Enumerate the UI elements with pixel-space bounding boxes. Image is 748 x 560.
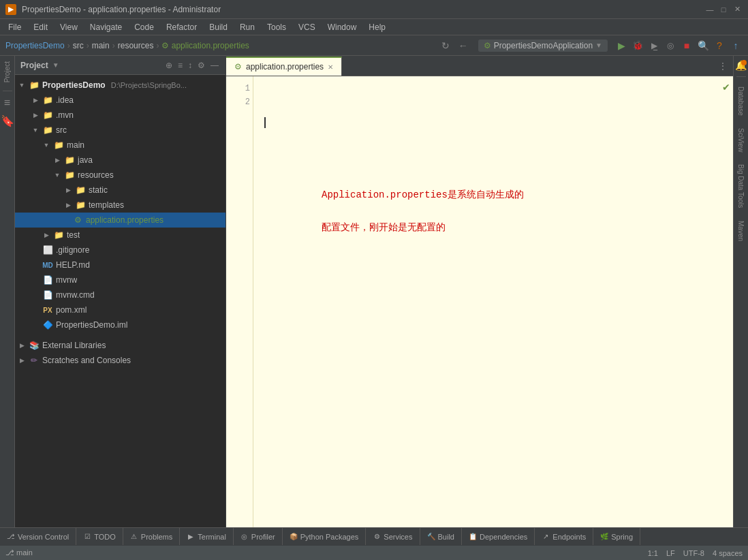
tree-iml[interactable]: ▶ 🔷 PropertiesDemo.iml xyxy=(15,317,225,332)
project-tab-label[interactable]: Project xyxy=(1,56,14,88)
bottom-tab-terminal[interactable]: ▶ Terminal xyxy=(180,528,234,546)
tab-file-icon: ⚙ xyxy=(234,62,242,72)
breadcrumb-main[interactable]: main xyxy=(92,41,110,50)
root-path: D:\Projects\SpringBo... xyxy=(111,81,187,89)
menu-edit[interactable]: Edit xyxy=(28,21,53,33)
bottom-tab-spring[interactable]: 🌿 Spring xyxy=(593,528,640,546)
menu-refactor[interactable]: Refactor xyxy=(161,21,202,33)
bigdata-tab[interactable]: Big Data Tools xyxy=(737,159,745,213)
debug-button[interactable]: 🐞 xyxy=(631,39,644,52)
bottom-tab-services[interactable]: ⚙ Services xyxy=(366,528,420,546)
help-button[interactable]: ? xyxy=(713,39,726,52)
stop-button[interactable]: ■ xyxy=(680,39,694,52)
menu-build[interactable]: Build xyxy=(204,21,233,33)
bookmarks-icon[interactable]: 🔖 xyxy=(0,112,17,130)
spring-label: Spring xyxy=(611,533,633,541)
tree-main[interactable]: ▼ 📁 main xyxy=(15,138,225,153)
git-branch[interactable]: ⎇ main xyxy=(5,548,33,557)
line-ending[interactable]: LF xyxy=(666,549,675,557)
hide-panel-button[interactable]: — xyxy=(209,59,220,72)
mvn-folder-icon: 📁 xyxy=(42,110,53,121)
properties-file-icon: ⚙ xyxy=(72,215,83,225)
tab-more-button[interactable]: ⋮ xyxy=(713,61,733,72)
file-tree: ▼ 📁 PropertiesDemo D:\Projects\SpringBo.… xyxy=(15,75,225,527)
tree-help-md[interactable]: ▶ MD HELP.md xyxy=(15,258,225,273)
maximize-button[interactable]: □ xyxy=(718,4,729,15)
editor-text-area[interactable]: Application.properties是系统自动生成的 配置文件，刚开始是… xyxy=(253,76,719,527)
editor-line-2: Application.properties是系统自动生成的 配置文件，刚开始是… xyxy=(264,170,708,252)
profile-button[interactable]: ◎ xyxy=(664,39,677,52)
bottom-tab-dependencies[interactable]: 📋 Dependencies xyxy=(462,528,535,546)
sciview-tab[interactable]: SciView xyxy=(737,123,745,157)
breadcrumb-resources[interactable]: resources xyxy=(118,41,154,50)
breadcrumb-file[interactable]: ⚙ application.properties xyxy=(161,41,249,50)
bottom-tab-version-control[interactable]: ⎇ Version Control xyxy=(0,528,76,546)
tree-scratches[interactable]: ▶ ✏ Scratches and Consoles xyxy=(15,353,225,368)
collapse-all-button[interactable]: ≡ xyxy=(176,59,184,72)
settings-button[interactable]: ⚙ xyxy=(196,59,206,72)
cursor-position[interactable]: 1:1 xyxy=(648,549,658,557)
tree-pom-xml[interactable]: ▶ PX pom.xml xyxy=(15,302,225,317)
menu-code[interactable]: Code xyxy=(129,21,159,33)
menu-navigate[interactable]: Navigate xyxy=(84,21,127,33)
menu-view[interactable]: View xyxy=(54,21,83,33)
breadcrumb-src[interactable]: src xyxy=(73,41,84,50)
breadcrumb-project[interactable]: PropertiesDemo xyxy=(5,41,65,50)
panel-dropdown[interactable]: ▼ xyxy=(52,61,59,69)
tree-mvnw-cmd[interactable]: ▶ 📄 mvnw.cmd xyxy=(15,287,225,302)
tree-static[interactable]: ▶ 📁 static xyxy=(15,183,225,198)
bottom-tab-endpoints[interactable]: ↗ Endpoints xyxy=(535,528,593,546)
menu-vcs[interactable]: VCS xyxy=(293,21,321,33)
database-tab[interactable]: Database xyxy=(737,81,745,121)
iml-label: PropertiesDemo.iml xyxy=(56,320,127,330)
encoding[interactable]: UTF-8 xyxy=(683,549,704,557)
tab-close-button[interactable]: ✕ xyxy=(328,63,333,71)
bottom-tab-todo[interactable]: ☑ TODO xyxy=(76,528,123,546)
tree-mvn[interactable]: ▶ 📁 .mvn xyxy=(15,108,225,123)
tree-gitignore[interactable]: ▶ ⬜ .gitignore xyxy=(15,243,225,258)
sort-button[interactable]: ↕ xyxy=(187,59,193,72)
bottom-tab-problems[interactable]: ⚠ Problems xyxy=(123,528,180,546)
menu-window[interactable]: Window xyxy=(322,21,362,33)
coverage-button[interactable]: ▶̲ xyxy=(647,39,661,52)
menu-file[interactable]: File xyxy=(3,21,27,33)
tree-external-libraries[interactable]: ▶ 📚 External Libraries xyxy=(15,338,225,353)
bottom-tab-python-packages[interactable]: 📦 Python Packages xyxy=(283,528,367,546)
close-button[interactable]: ✕ xyxy=(732,4,743,15)
menu-run[interactable]: Run xyxy=(234,21,260,33)
update-button[interactable]: ↑ xyxy=(729,39,743,52)
maven-tab[interactable]: Maven xyxy=(737,215,745,247)
back-button[interactable]: ← xyxy=(456,39,470,52)
run-button[interactable]: ▶ xyxy=(614,39,628,52)
profiler-icon: ◎ xyxy=(240,533,249,541)
todo-label: TODO xyxy=(94,533,116,541)
sync-button[interactable]: ↻ xyxy=(439,39,452,52)
menu-tools[interactable]: Tools xyxy=(262,21,292,33)
tree-templates[interactable]: ▶ 📁 templates xyxy=(15,198,225,213)
tree-java[interactable]: ▶ 📁 java xyxy=(15,153,225,168)
tree-src[interactable]: ▼ 📁 src xyxy=(15,123,225,138)
left-strip: Project ≡ 🔖 xyxy=(0,56,15,527)
bottom-tab-build[interactable]: 🔨 Build xyxy=(420,528,462,546)
indentation[interactable]: 4 spaces xyxy=(713,549,743,557)
tree-root[interactable]: ▼ 📁 PropertiesDemo D:\Projects\SpringBo.… xyxy=(15,78,225,93)
tree-resources[interactable]: ▼ 📁 resources xyxy=(15,168,225,183)
bottom-tab-profiler[interactable]: ◎ Profiler xyxy=(234,528,283,546)
window-controls[interactable]: — □ ✕ xyxy=(704,4,743,15)
iml-file-icon: 🔷 xyxy=(42,320,53,330)
search-button[interactable]: 🔍 xyxy=(696,39,710,52)
minimize-button[interactable]: — xyxy=(704,4,715,15)
templates-label: templates xyxy=(89,200,124,210)
tree-idea[interactable]: ▶ 📁 .idea xyxy=(15,93,225,108)
run-configuration[interactable]: ⚙ PropertiesDemoApplication ▼ xyxy=(478,40,608,52)
menu-help[interactable]: Help xyxy=(363,21,391,33)
python-packages-label: Python Packages xyxy=(300,533,359,541)
ext-lib-label: External Libraries xyxy=(42,341,106,350)
structure-icon[interactable]: ≡ xyxy=(1,94,13,112)
tree-mvnw[interactable]: ▶ 📄 mvnw xyxy=(15,273,225,287)
editor-content: 1 2 Application.properties是系统自动生成的 配置文件，… xyxy=(226,76,733,527)
tree-application-properties[interactable]: ⚙ application.properties xyxy=(15,213,225,228)
locate-file-button[interactable]: ⊕ xyxy=(164,59,174,72)
tab-application-properties[interactable]: ⚙ application.properties ✕ xyxy=(226,57,342,76)
tree-test[interactable]: ▶ 📁 test xyxy=(15,228,225,243)
